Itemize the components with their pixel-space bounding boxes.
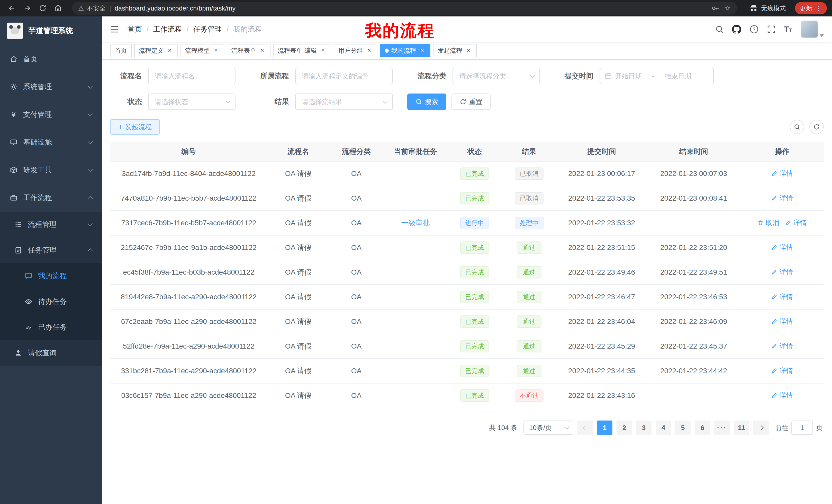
tab-process-form-edit[interactable]: 流程表单-编辑 × — [273, 44, 331, 57]
chevron-up-icon — [88, 196, 93, 201]
tab-my-process[interactable]: 我的流程 × — [380, 44, 431, 57]
search-button[interactable]: 搜索 — [407, 93, 446, 110]
breadcrumb-home[interactable]: 首页 — [128, 24, 142, 34]
tab-close-icon[interactable]: × — [259, 47, 266, 54]
cell-current-task — [384, 186, 447, 211]
sidebar-item-home[interactable]: 首页 — [0, 45, 102, 73]
github-link[interactable] — [732, 25, 741, 34]
help-button[interactable]: ? — [750, 25, 759, 34]
breadcrumb-separator: / — [187, 25, 189, 33]
detail-link[interactable]: 详情 — [771, 169, 793, 178]
header-search-button[interactable] — [715, 25, 724, 34]
bookmark-star-icon[interactable]: ☆ — [724, 4, 731, 12]
status-badge: 已完成 — [460, 167, 489, 180]
tab-process-model[interactable]: 流程模型 × — [181, 44, 224, 57]
fullscreen-button[interactable] — [767, 25, 776, 34]
detail-link[interactable]: 详情 — [771, 391, 793, 400]
app-window: ⚠ 不安全 | dashboard.yudao.iocoder.cn/bpm/t… — [0, 0, 832, 504]
refresh-table-button[interactable] — [809, 120, 824, 134]
forward-icon — [23, 4, 31, 12]
page-button-1[interactable]: 1 — [597, 421, 613, 435]
tab-close-icon[interactable]: × — [319, 47, 327, 54]
sidebar-toggle-button[interactable] — [110, 25, 119, 33]
avatar[interactable] — [801, 21, 818, 38]
cancel-link[interactable]: 取消 — [757, 218, 779, 227]
tab-process-definition[interactable]: 流程定义 × — [134, 44, 178, 57]
sidebar-item-todo-tasks[interactable]: 待办任务 — [0, 289, 102, 314]
tab-close-icon[interactable]: × — [166, 47, 173, 54]
tab-close-icon[interactable]: × — [419, 47, 426, 54]
detail-link[interactable]: 详情 — [771, 342, 793, 351]
breadcrumb-task-management[interactable]: 任务管理 — [193, 24, 222, 34]
sidebar-item-done-tasks[interactable]: 已办任务 — [0, 314, 102, 340]
browser-update-button[interactable]: 更新 ⋮ — [795, 2, 827, 15]
detail-link[interactable]: 详情 — [771, 194, 793, 203]
reset-button[interactable]: 重置 — [451, 93, 491, 110]
sidebar-item-workflow[interactable]: 工作流程 — [0, 184, 102, 212]
browser-menu-icon[interactable]: ⋮ — [815, 4, 822, 12]
page-button-4[interactable]: 4 — [656, 421, 671, 435]
sidebar-item-infrastructure[interactable]: 基础设施 — [0, 129, 102, 156]
detail-link[interactable]: 详情 — [785, 218, 807, 227]
tab-close-icon[interactable]: × — [366, 47, 373, 54]
page-button-2[interactable]: 2 — [617, 421, 632, 435]
tab-close-icon[interactable]: × — [465, 47, 472, 54]
detail-link[interactable]: 详情 — [771, 366, 793, 375]
tab-start-process[interactable]: 发起流程 × — [433, 44, 477, 57]
filter-label-result: 结果 — [250, 97, 289, 107]
sidebar-item-dev-tools[interactable]: 研发工具 — [0, 156, 102, 184]
prev-page-button[interactable] — [577, 421, 593, 435]
password-key-icon[interactable] — [711, 4, 719, 12]
page-size-select[interactable]: 10条/页 — [523, 421, 573, 435]
goto-page-input[interactable] — [791, 421, 813, 435]
cell-current-task — [384, 359, 447, 383]
sidebar-item-system-management[interactable]: 系统管理 — [0, 73, 102, 101]
page-button-11[interactable]: 11 — [734, 421, 749, 435]
detail-link[interactable]: 详情 — [771, 268, 793, 277]
search-icon — [794, 123, 800, 130]
page-button-6[interactable]: 6 — [695, 421, 710, 435]
select-placeholder: 请选择状态 — [155, 97, 188, 106]
toggle-search-button[interactable] — [790, 120, 804, 134]
status-select[interactable]: 请选择状态 — [148, 93, 235, 110]
process-table: 编号 流程名 流程分类 当前审批任务 状态 结果 提交时间 结束时间 操作 — [110, 142, 824, 408]
tab-home[interactable]: 首页 — [110, 44, 132, 57]
sidebar-item-leave-query[interactable]: 请假查询 — [0, 340, 102, 366]
navbar-actions: ? TT — [715, 21, 824, 38]
sidebar-item-my-process[interactable]: 我的流程 — [0, 263, 102, 289]
detail-link[interactable]: 详情 — [771, 243, 793, 252]
result-badge: 处理中 — [515, 217, 544, 229]
tab-close-icon[interactable]: × — [212, 47, 219, 54]
sidebar-item-task-management[interactable]: 任务管理 — [0, 237, 102, 263]
create-process-button[interactable]: + 发起流程 — [110, 119, 160, 135]
page-button-5[interactable]: 5 — [675, 421, 691, 435]
process-name-input[interactable] — [148, 68, 235, 84]
detail-link[interactable]: 详情 — [771, 317, 793, 326]
font-size-button[interactable]: TT — [784, 25, 792, 33]
chevron-down-icon — [564, 424, 570, 429]
github-icon — [732, 25, 741, 34]
sidebar-item-label: 系统管理 — [23, 82, 52, 92]
tab-user-group[interactable]: 用户分组 × — [334, 44, 378, 57]
detail-link[interactable]: 详情 — [771, 292, 793, 301]
browser-refresh-button[interactable] — [36, 2, 49, 15]
current-task-link[interactable]: 一级审批 — [401, 218, 430, 228]
result-select[interactable]: 请选择流结果 — [295, 93, 393, 110]
status-badge: 已完成 — [460, 340, 489, 353]
next-page-button[interactable] — [753, 421, 769, 435]
browser-forward-button[interactable] — [21, 2, 34, 15]
pagination-more-icon[interactable]: ··· — [714, 421, 730, 435]
user-menu[interactable] — [801, 21, 824, 38]
browser-home-button[interactable] — [51, 2, 65, 15]
address-bar[interactable]: ⚠ 不安全 | dashboard.yudao.iocoder.cn/bpm/t… — [72, 2, 737, 15]
sidebar-item-payment-management[interactable]: ¥ 支付管理 — [0, 101, 102, 129]
process-definition-input[interactable] — [295, 68, 393, 84]
sidebar-item-process-management[interactable]: 流程管理 — [0, 212, 102, 237]
submit-time-range-picker[interactable]: 开始日期 - 结束日期 — [600, 68, 714, 84]
security-status[interactable]: ⚠ 不安全 — [78, 4, 106, 12]
page-button-3[interactable]: 3 — [636, 421, 651, 435]
browser-back-button[interactable] — [5, 2, 19, 15]
breadcrumb-workflow[interactable]: 工作流程 — [153, 24, 182, 34]
tab-process-form[interactable]: 流程表单 × — [227, 44, 270, 57]
category-select[interactable]: 请选择流程分类 — [452, 68, 540, 84]
